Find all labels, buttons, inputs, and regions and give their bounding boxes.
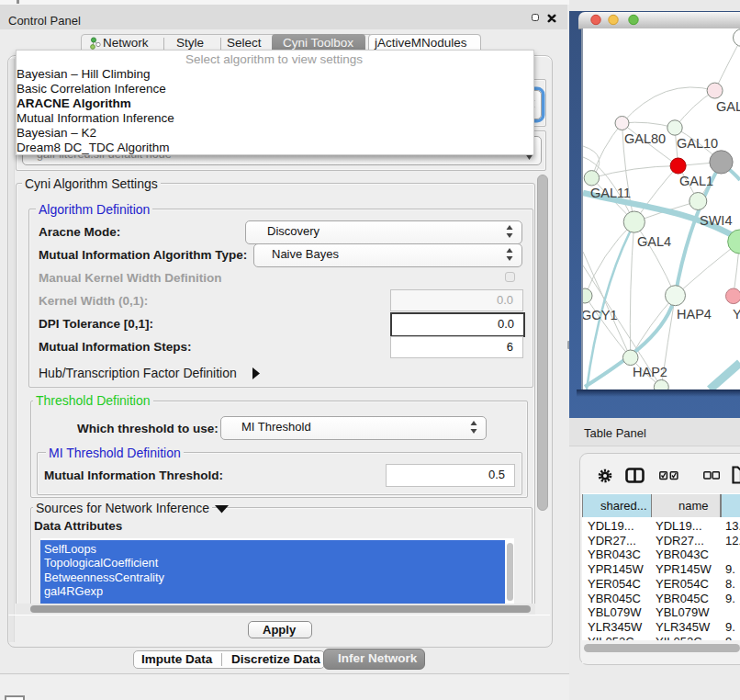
svg-text:GCY1: GCY1: [583, 308, 618, 322]
svg-text:GAL: GAL: [716, 99, 740, 114]
svg-text:SWI4: SWI4: [700, 213, 732, 228]
svg-text:GAL10: GAL10: [677, 136, 718, 151]
svg-text:GAL1: GAL1: [679, 174, 713, 188]
svg-text:HAP2: HAP2: [633, 365, 667, 379]
svg-text:GAL4: GAL4: [637, 234, 671, 249]
svg-text:HAP4: HAP4: [677, 307, 712, 322]
svg-text:GAL80: GAL80: [624, 131, 666, 146]
svg-text:GAL11: GAL11: [590, 186, 631, 200]
svg-text:Y: Y: [733, 307, 740, 322]
